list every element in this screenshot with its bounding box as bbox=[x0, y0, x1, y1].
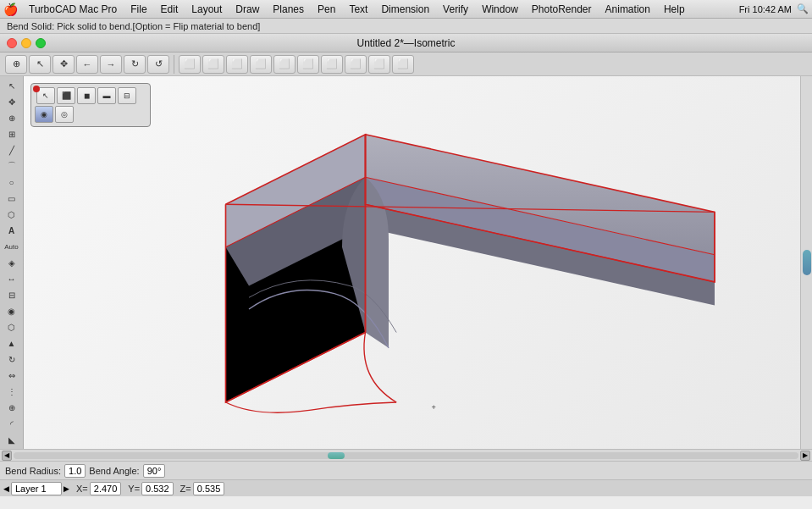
y-label: Y= bbox=[128, 484, 140, 494]
3d-model: + bbox=[24, 76, 800, 449]
minimize-button[interactable] bbox=[21, 38, 31, 48]
tool-arc[interactable]: ⌒ bbox=[3, 158, 21, 174]
nav-view1[interactable]: ⬜ bbox=[179, 55, 201, 74]
right-scroll-thumb[interactable] bbox=[803, 250, 811, 275]
menu-edit[interactable]: Edit bbox=[155, 3, 185, 16]
nav-view7[interactable]: ⬜ bbox=[321, 55, 343, 74]
tool-line[interactable]: ╱ bbox=[3, 142, 21, 158]
z-value: 0.535 bbox=[193, 482, 225, 495]
tool-rect[interactable]: ▭ bbox=[3, 191, 21, 206]
search-icon[interactable]: 🔍 bbox=[797, 3, 809, 14]
x-value: 2.470 bbox=[90, 482, 122, 495]
nav-back[interactable]: ← bbox=[76, 55, 98, 74]
tool-text[interactable]: A bbox=[3, 223, 21, 238]
bend-radius-field[interactable]: 1.0 bbox=[64, 464, 86, 478]
menu-window[interactable]: Window bbox=[476, 3, 524, 16]
nav-view9[interactable]: ⬜ bbox=[368, 55, 390, 74]
menu-file[interactable]: File bbox=[124, 3, 152, 16]
tool-chamfer[interactable]: ◣ bbox=[3, 432, 21, 447]
menu-animation[interactable]: Animation bbox=[599, 3, 656, 16]
menu-verify[interactable]: Verify bbox=[437, 3, 474, 16]
nav-view4[interactable]: ⬜ bbox=[250, 55, 272, 74]
menu-help[interactable]: Help bbox=[658, 3, 691, 16]
window-title: Untitled 2*—Isometric bbox=[0, 37, 812, 49]
canvas-area[interactable]: ↖ ⬛ ◼ ▬ ⊟ ◉ ◎ bbox=[24, 76, 800, 449]
tool-layer[interactable]: ⊟ bbox=[3, 287, 21, 302]
right-scrollbar[interactable] bbox=[800, 76, 812, 449]
tool-select[interactable]: ↖ bbox=[3, 78, 21, 93]
apple-menu[interactable]: 🍎 bbox=[3, 3, 18, 16]
layer-selector[interactable]: Layer 1 bbox=[11, 482, 62, 495]
scroll-track[interactable] bbox=[14, 452, 798, 459]
menu-planes[interactable]: Planes bbox=[267, 3, 310, 16]
horizontal-scrollbar[interactable]: ◀ ▶ bbox=[0, 449, 812, 461]
nav-zoom-in[interactable]: ⊕ bbox=[5, 55, 27, 74]
x-coord-group: X= 2.470 bbox=[76, 482, 121, 495]
scroll-thumb[interactable] bbox=[328, 452, 345, 459]
close-button[interactable] bbox=[7, 38, 17, 48]
tool-3dobj[interactable]: ⬡ bbox=[3, 319, 21, 335]
svg-text:+: + bbox=[431, 403, 435, 412]
menu-text[interactable]: Text bbox=[343, 3, 373, 16]
left-toolbar: ↖ ✥ ⊕ ⊞ ╱ ⌒ ○ ▭ ⬡ A Auto ◈ ↔ ⊟ ◉ ⬡ ▲ ↻ ⇔… bbox=[0, 76, 24, 449]
maximize-button[interactable] bbox=[36, 38, 46, 48]
status-bar-bend: Bend Radius: 1.0 Bend Angle: 90° bbox=[0, 461, 812, 479]
tool-mirror[interactable]: ⇔ bbox=[3, 368, 21, 383]
bend-angle-field[interactable]: 90° bbox=[143, 464, 166, 478]
palette-dot bbox=[33, 86, 40, 92]
tool-zoom[interactable]: ⊕ bbox=[3, 110, 21, 125]
y-value: 0.532 bbox=[141, 482, 174, 495]
menu-dimension[interactable]: Dimension bbox=[375, 3, 435, 16]
nav-rotate-ccw[interactable]: ↺ bbox=[147, 55, 169, 74]
nav-view6[interactable]: ⬜ bbox=[297, 55, 319, 74]
tool-pan[interactable]: ✥ bbox=[3, 94, 21, 109]
z-label: Z= bbox=[180, 484, 191, 494]
z-coord-group: Z= 0.535 bbox=[180, 482, 225, 495]
tool-poly[interactable]: ⬡ bbox=[3, 207, 21, 222]
tool-rotate3d[interactable]: ↻ bbox=[3, 351, 21, 367]
menu-photorender[interactable]: PhotoRender bbox=[526, 3, 598, 16]
menu-right: Fri 10:42 AM 🔍 bbox=[739, 3, 809, 14]
x-label: X= bbox=[76, 484, 88, 494]
menu-turbocad[interactable]: TurboCAD Mac Pro bbox=[23, 3, 123, 16]
window-title-bar: Untitled 2*—Isometric bbox=[0, 34, 812, 53]
menu-layout[interactable]: Layout bbox=[185, 3, 228, 16]
scroll-left-btn[interactable]: ◀ bbox=[2, 451, 12, 461]
tool-dim[interactable]: ↔ bbox=[3, 271, 21, 286]
menu-pen[interactable]: Pen bbox=[312, 3, 341, 16]
tool-extrude[interactable]: ▲ bbox=[3, 335, 21, 351]
menu-draw[interactable]: Draw bbox=[229, 3, 265, 16]
tool-zoomfit[interactable]: ⊞ bbox=[3, 126, 21, 141]
y-coord-group: Y= 0.532 bbox=[128, 482, 173, 495]
nav-forward[interactable]: → bbox=[100, 55, 122, 74]
status-bar-coords: ◀ Layer 1 ▶ X= 2.470 Y= 0.532 Z= 0.535 bbox=[0, 479, 812, 496]
nav-view5[interactable]: ⬜ bbox=[273, 55, 296, 74]
layer-arrow-right[interactable]: ▶ bbox=[64, 484, 69, 493]
nav-rotate-cw[interactable]: ↻ bbox=[124, 55, 146, 74]
scroll-right-btn[interactable]: ▶ bbox=[800, 451, 810, 461]
nav-view2[interactable]: ⬜ bbox=[202, 55, 224, 74]
tool-boolean[interactable]: ⊕ bbox=[3, 400, 21, 415]
nav-select[interactable]: ↖ bbox=[29, 55, 51, 74]
tool-auto[interactable]: Auto bbox=[3, 239, 21, 254]
nav-pan[interactable]: ✥ bbox=[52, 55, 75, 74]
tool-circle[interactable]: ○ bbox=[3, 174, 21, 190]
hint-bar: Bend Solid: Pick solid to bend.[Option =… bbox=[0, 19, 812, 34]
separator bbox=[174, 55, 174, 74]
nav-toolbar: ⊕ ↖ ✥ ← → ↻ ↺ ⬜ ⬜ ⬜ ⬜ ⬜ ⬜ ⬜ ⬜ ⬜ ⬜ bbox=[0, 53, 812, 76]
nav-view8[interactable]: ⬜ bbox=[345, 55, 367, 74]
bend-radius-label: Bend Radius: bbox=[5, 466, 61, 476]
tool-material[interactable]: ◉ bbox=[3, 303, 21, 318]
nav-view3[interactable]: ⬜ bbox=[226, 55, 248, 74]
tool-fillet[interactable]: ◜ bbox=[3, 416, 21, 431]
tool-node[interactable]: ◈ bbox=[3, 255, 21, 270]
nav-view10[interactable]: ⬜ bbox=[392, 55, 414, 74]
menu-clock: Fri 10:42 AM bbox=[739, 4, 792, 14]
menubar: 🍎 TurboCAD Mac Pro File Edit Layout Draw… bbox=[0, 0, 812, 19]
layer-arrow-left[interactable]: ◀ bbox=[3, 484, 9, 493]
main-area: ↖ ✥ ⊕ ⊞ ╱ ⌒ ○ ▭ ⬡ A Auto ◈ ↔ ⊟ ◉ ⬡ ▲ ↻ ⇔… bbox=[0, 76, 812, 449]
bend-angle-label: Bend Angle: bbox=[89, 466, 139, 476]
tool-array[interactable]: ⋮ bbox=[3, 384, 21, 399]
hint-text: Bend Solid: Pick solid to bend.[Option =… bbox=[7, 21, 260, 31]
